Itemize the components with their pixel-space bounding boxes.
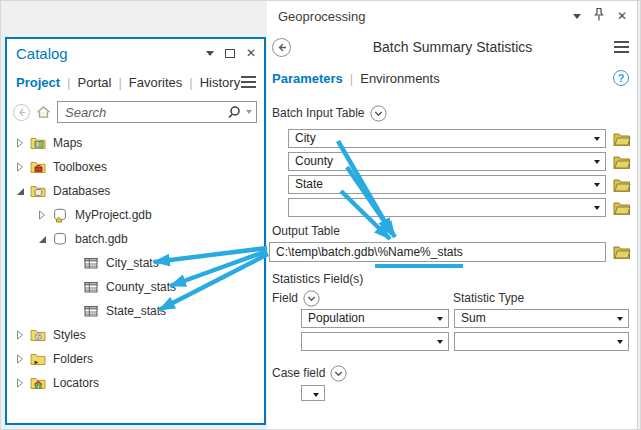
tree-item-county-stats[interactable]: County_stats	[7, 275, 264, 299]
catalog-navbar: Search	[7, 97, 264, 127]
dropdown-caret-icon[interactable]	[594, 137, 600, 141]
help-icon[interactable]: ?	[613, 70, 629, 86]
search-icon[interactable]	[227, 105, 241, 119]
folders-icon	[30, 351, 46, 367]
batch-input-combo-4[interactable]	[288, 198, 606, 217]
case-field-label: Case field	[272, 366, 325, 380]
panel-menu-caret-icon[interactable]	[573, 14, 581, 19]
tree-item-styles[interactable]: Styles	[7, 323, 264, 347]
maps-folder-icon	[30, 135, 46, 151]
catalog-panel-title: Catalog	[16, 45, 68, 62]
expand-collapsed-icon[interactable]	[16, 354, 30, 364]
dropdown-caret-icon[interactable]	[594, 160, 600, 164]
tab-portal[interactable]: Portal	[77, 75, 111, 90]
expand-expanded-icon[interactable]	[16, 187, 30, 196]
tree-item-databases[interactable]: Databases	[7, 179, 264, 203]
batch-input-combo-2[interactable]: County	[288, 152, 606, 171]
collapse-section-icon[interactable]	[370, 105, 387, 122]
tab-history[interactable]: History	[200, 75, 240, 90]
tree-item-myproject-gdb[interactable]: MyProject.gdb	[7, 203, 264, 227]
browse-folder-icon[interactable]	[613, 201, 631, 215]
geoprocessing-panel-title: Geoprocessing	[278, 9, 365, 24]
geoprocessing-titlebar: Geoprocessing ✕	[267, 1, 637, 31]
geoprocessing-tabs: Parameters | Environments ?	[267, 63, 637, 93]
tree-item-toolboxes[interactable]: Toolboxes	[7, 155, 264, 179]
geodatabase-icon	[52, 231, 68, 247]
collapse-section-icon[interactable]	[330, 365, 347, 382]
close-icon[interactable]: ✕	[617, 10, 627, 22]
tree-item-locators[interactable]: Locators	[7, 371, 264, 395]
tree-item-maps[interactable]: Maps	[7, 131, 264, 155]
close-icon[interactable]: ✕	[246, 47, 256, 59]
home-icon[interactable]	[35, 104, 52, 120]
statistic-type-column-label: Statistic Type	[453, 291, 524, 305]
output-table-label: Output Table	[272, 224, 340, 238]
default-geodatabase-icon	[52, 207, 68, 223]
tree-item-label: State_stats	[106, 304, 166, 318]
tree-item-folders[interactable]: Folders	[7, 347, 264, 371]
statistics-field-combo-2[interactable]	[301, 332, 449, 351]
collapse-section-icon[interactable]	[303, 290, 320, 307]
dropdown-caret-icon[interactable]	[594, 206, 600, 210]
table-icon	[83, 303, 99, 319]
catalog-panel: Catalog ✕ Project | Portal | Favorites |…	[5, 37, 266, 425]
browse-folder-icon[interactable]	[613, 178, 631, 192]
tab-separator: |	[67, 75, 70, 90]
tree-item-label: Maps	[53, 136, 82, 150]
catalog-titlebar: Catalog ✕	[7, 39, 264, 67]
tool-title: Batch Summary Statistics	[291, 39, 614, 55]
case-field-combo[interactable]	[301, 385, 325, 401]
output-table-input[interactable]: C:\temp\batch.gdb\%Name%_stats	[269, 242, 606, 262]
panel-menu-caret-icon[interactable]	[206, 51, 214, 56]
browse-folder-icon[interactable]	[613, 132, 631, 146]
batch-input-table-label: Batch Input Table	[272, 106, 365, 120]
parameters-form: Batch Input Table City County State	[267, 93, 637, 402]
tree-item-label: City_stats	[106, 256, 159, 270]
expand-collapsed-icon[interactable]	[16, 138, 30, 148]
expand-expanded-icon[interactable]	[38, 235, 52, 244]
toolboxes-folder-icon	[30, 159, 46, 175]
search-options-caret-icon[interactable]	[246, 110, 252, 114]
catalog-menu-icon[interactable]	[241, 76, 256, 89]
tab-environments[interactable]: Environments	[360, 71, 439, 86]
expand-collapsed-icon[interactable]	[38, 210, 52, 220]
field-column-label: Field	[272, 291, 298, 305]
batch-input-combo-3[interactable]: State	[288, 175, 606, 194]
tree-item-batch-gdb[interactable]: batch.gdb	[7, 227, 264, 251]
tab-separator: |	[189, 75, 192, 90]
search-placeholder: Search	[65, 105, 227, 120]
batch-input-combo-1[interactable]: City	[288, 129, 606, 148]
catalog-tree: Maps Toolboxes Databases	[7, 131, 264, 395]
dropdown-caret-icon[interactable]	[313, 393, 319, 397]
dropdown-caret-icon[interactable]	[437, 340, 443, 344]
statistic-type-combo-2[interactable]	[454, 332, 629, 351]
tab-favorites[interactable]: Favorites	[129, 75, 182, 90]
tree-item-city-stats[interactable]: City_stats	[7, 251, 264, 275]
tab-parameters[interactable]: Parameters	[272, 71, 343, 86]
tool-menu-icon[interactable]	[614, 41, 629, 54]
tree-item-label: MyProject.gdb	[75, 208, 152, 222]
back-icon[interactable]	[13, 104, 30, 121]
search-input[interactable]: Search	[57, 101, 257, 123]
dropdown-caret-icon[interactable]	[437, 317, 443, 321]
databases-folder-icon	[30, 183, 46, 199]
tab-project[interactable]: Project	[16, 75, 60, 90]
expand-collapsed-icon[interactable]	[16, 378, 30, 388]
dropdown-caret-icon[interactable]	[594, 183, 600, 187]
statistics-fields-label: Statistics Field(s)	[272, 272, 363, 286]
statistics-field-combo-1[interactable]: Population	[301, 309, 449, 328]
tree-item-state-stats[interactable]: State_stats	[7, 299, 264, 323]
tool-header: Batch Summary Statistics	[267, 31, 637, 63]
statistic-type-combo-1[interactable]: Sum	[454, 309, 629, 328]
browse-folder-icon[interactable]	[613, 245, 631, 259]
float-window-icon[interactable]	[225, 49, 235, 58]
locators-folder-icon	[30, 375, 46, 391]
browse-folder-icon[interactable]	[613, 155, 631, 169]
expand-collapsed-icon[interactable]	[16, 330, 30, 340]
expand-collapsed-icon[interactable]	[16, 162, 30, 172]
dropdown-caret-icon[interactable]	[617, 317, 623, 321]
dropdown-caret-icon[interactable]	[617, 340, 623, 344]
pin-icon[interactable]	[593, 7, 605, 26]
tab-separator: |	[350, 71, 353, 86]
back-button[interactable]	[272, 38, 291, 57]
